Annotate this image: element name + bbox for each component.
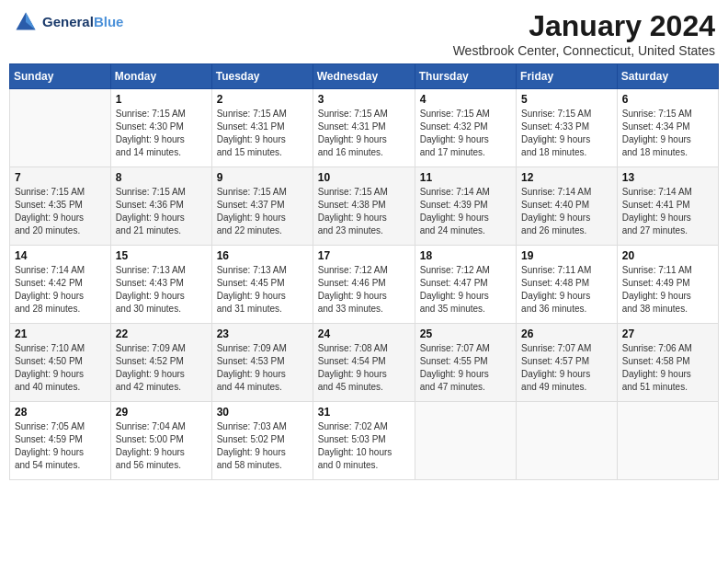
day-info: Sunrise: 7:14 AM Sunset: 4:39 PM Dayligh… [420,186,511,237]
day-info: Sunrise: 7:15 AM Sunset: 4:36 PM Dayligh… [116,186,207,237]
calendar-week-row: 21Sunrise: 7:10 AM Sunset: 4:50 PM Dayli… [10,324,719,402]
day-number: 29 [116,406,207,419]
calendar-day-cell: 18Sunrise: 7:12 AM Sunset: 4:47 PM Dayli… [415,246,516,324]
day-info: Sunrise: 7:13 AM Sunset: 4:43 PM Dayligh… [116,264,207,316]
day-info: Sunrise: 7:14 AM Sunset: 4:42 PM Dayligh… [15,264,106,316]
day-number: 31 [318,406,410,419]
day-number: 7 [15,171,106,184]
day-number: 17 [318,249,410,262]
day-info: Sunrise: 7:10 AM Sunset: 4:50 PM Dayligh… [15,342,106,394]
day-info: Sunrise: 7:15 AM Sunset: 4:31 PM Dayligh… [318,108,410,159]
calendar-day-cell [10,89,111,167]
day-number: 26 [521,327,612,340]
day-info: Sunrise: 7:03 AM Sunset: 5:02 PM Dayligh… [217,420,308,472]
calendar-day-cell: 5Sunrise: 7:15 AM Sunset: 4:33 PM Daylig… [517,89,618,167]
calendar-day-cell: 3Sunrise: 7:15 AM Sunset: 4:31 PM Daylig… [313,89,415,167]
day-info: Sunrise: 7:05 AM Sunset: 4:59 PM Dayligh… [15,420,106,472]
location-text: Westbrook Center, Connecticut, United St… [453,43,715,58]
day-info: Sunrise: 7:11 AM Sunset: 4:48 PM Dayligh… [521,264,612,316]
day-number: 3 [318,93,410,106]
calendar-table: SundayMondayTuesdayWednesdayThursdayFrid… [9,63,719,480]
weekday-header-cell: Friday [517,64,618,89]
day-number: 13 [622,171,713,184]
day-info: Sunrise: 7:15 AM Sunset: 4:35 PM Dayligh… [15,186,106,237]
calendar-day-cell: 13Sunrise: 7:14 AM Sunset: 4:41 PM Dayli… [617,167,718,246]
day-number: 4 [420,93,511,106]
calendar-day-cell: 16Sunrise: 7:13 AM Sunset: 4:45 PM Dayli… [211,246,313,324]
weekday-header-cell: Saturday [617,64,718,89]
weekday-header-cell: Thursday [415,64,516,89]
day-info: Sunrise: 7:09 AM Sunset: 4:52 PM Dayligh… [116,342,207,394]
calendar-day-cell: 22Sunrise: 7:09 AM Sunset: 4:52 PM Dayli… [110,324,211,402]
day-info: Sunrise: 7:15 AM Sunset: 4:34 PM Dayligh… [622,108,713,159]
day-info: Sunrise: 7:15 AM Sunset: 4:38 PM Dayligh… [318,186,410,237]
calendar-day-cell: 6Sunrise: 7:15 AM Sunset: 4:34 PM Daylig… [617,89,718,167]
weekday-header-row: SundayMondayTuesdayWednesdayThursdayFrid… [10,64,719,89]
calendar-day-cell: 14Sunrise: 7:14 AM Sunset: 4:42 PM Dayli… [10,246,111,324]
day-info: Sunrise: 7:14 AM Sunset: 4:41 PM Dayligh… [622,186,713,237]
calendar-day-cell: 7Sunrise: 7:15 AM Sunset: 4:35 PM Daylig… [10,167,111,246]
calendar-day-cell: 8Sunrise: 7:15 AM Sunset: 4:36 PM Daylig… [110,167,211,246]
calendar-week-row: 28Sunrise: 7:05 AM Sunset: 4:59 PM Dayli… [10,402,719,480]
day-info: Sunrise: 7:07 AM Sunset: 4:55 PM Dayligh… [420,342,511,394]
day-number: 22 [116,327,207,340]
day-info: Sunrise: 7:15 AM Sunset: 4:30 PM Dayligh… [116,108,207,159]
day-info: Sunrise: 7:04 AM Sunset: 5:00 PM Dayligh… [116,420,207,472]
day-info: Sunrise: 7:11 AM Sunset: 4:49 PM Dayligh… [622,264,713,316]
day-number: 2 [217,93,308,106]
day-info: Sunrise: 7:15 AM Sunset: 4:33 PM Dayligh… [521,108,612,159]
calendar-day-cell [415,402,516,480]
calendar-day-cell: 25Sunrise: 7:07 AM Sunset: 4:55 PM Dayli… [415,324,516,402]
day-number: 18 [420,249,511,262]
calendar-day-cell: 20Sunrise: 7:11 AM Sunset: 4:49 PM Dayli… [617,246,718,324]
calendar-day-cell [517,402,618,480]
day-info: Sunrise: 7:12 AM Sunset: 4:46 PM Dayligh… [318,264,410,316]
calendar-day-cell: 12Sunrise: 7:14 AM Sunset: 4:40 PM Dayli… [517,167,618,246]
day-info: Sunrise: 7:08 AM Sunset: 4:54 PM Dayligh… [318,342,410,394]
day-number: 19 [521,249,612,262]
day-number: 9 [217,171,308,184]
calendar-day-cell: 24Sunrise: 7:08 AM Sunset: 4:54 PM Dayli… [313,324,415,402]
weekday-header-cell: Wednesday [313,64,415,89]
day-number: 20 [622,249,713,262]
day-number: 10 [318,171,410,184]
calendar-day-cell: 28Sunrise: 7:05 AM Sunset: 4:59 PM Dayli… [10,402,111,480]
day-number: 15 [116,249,207,262]
title-block: January 2024 Westbrook Center, Connectic… [453,9,715,58]
day-number: 16 [217,249,308,262]
calendar-day-cell: 27Sunrise: 7:06 AM Sunset: 4:58 PM Dayli… [617,324,718,402]
calendar-week-row: 1Sunrise: 7:15 AM Sunset: 4:30 PM Daylig… [10,89,719,167]
calendar-day-cell: 4Sunrise: 7:15 AM Sunset: 4:32 PM Daylig… [415,89,516,167]
day-number: 14 [15,249,106,262]
day-info: Sunrise: 7:12 AM Sunset: 4:47 PM Dayligh… [420,264,511,316]
calendar-day-cell: 21Sunrise: 7:10 AM Sunset: 4:50 PM Dayli… [10,324,111,402]
day-number: 23 [217,327,308,340]
day-number: 5 [521,93,612,106]
calendar-day-cell: 2Sunrise: 7:15 AM Sunset: 4:31 PM Daylig… [211,89,313,167]
day-info: Sunrise: 7:15 AM Sunset: 4:32 PM Dayligh… [420,108,511,159]
calendar-day-cell: 11Sunrise: 7:14 AM Sunset: 4:39 PM Dayli… [415,167,516,246]
calendar-day-cell: 31Sunrise: 7:02 AM Sunset: 5:03 PM Dayli… [313,402,415,480]
calendar-day-cell: 29Sunrise: 7:04 AM Sunset: 5:00 PM Dayli… [110,402,211,480]
day-info: Sunrise: 7:15 AM Sunset: 4:37 PM Dayligh… [217,186,308,237]
day-number: 25 [420,327,511,340]
day-info: Sunrise: 7:13 AM Sunset: 4:45 PM Dayligh… [217,264,308,316]
day-number: 12 [521,171,612,184]
calendar-day-cell: 19Sunrise: 7:11 AM Sunset: 4:48 PM Dayli… [517,246,618,324]
page-header: GeneralBlue January 2024 Westbrook Cente… [9,9,719,58]
calendar-week-row: 7Sunrise: 7:15 AM Sunset: 4:35 PM Daylig… [10,167,719,246]
calendar-day-cell: 9Sunrise: 7:15 AM Sunset: 4:37 PM Daylig… [211,167,313,246]
weekday-header-cell: Tuesday [211,64,313,89]
calendar-body: 1Sunrise: 7:15 AM Sunset: 4:30 PM Daylig… [10,89,719,480]
logo-text: GeneralBlue [42,14,123,30]
day-info: Sunrise: 7:07 AM Sunset: 4:57 PM Dayligh… [521,342,612,394]
day-number: 6 [622,93,713,106]
day-info: Sunrise: 7:06 AM Sunset: 4:58 PM Dayligh… [622,342,713,394]
calendar-day-cell: 15Sunrise: 7:13 AM Sunset: 4:43 PM Dayli… [110,246,211,324]
logo-icon [13,9,39,35]
day-info: Sunrise: 7:15 AM Sunset: 4:31 PM Dayligh… [217,108,308,159]
day-number: 24 [318,327,410,340]
logo: GeneralBlue [13,9,123,35]
weekday-header-cell: Monday [110,64,211,89]
calendar-day-cell: 30Sunrise: 7:03 AM Sunset: 5:02 PM Dayli… [211,402,313,480]
